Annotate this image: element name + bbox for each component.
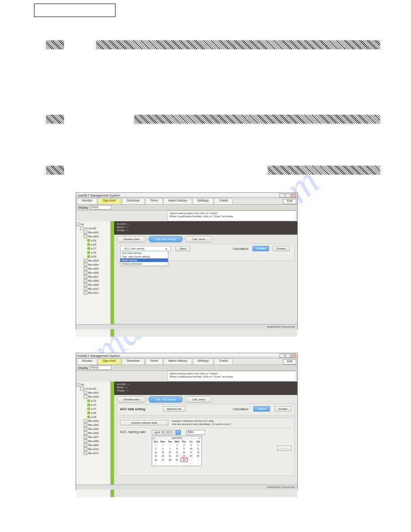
titlebar: YorkNET Management System	[76, 353, 297, 358]
display-select[interactable]: Floor	[90, 365, 111, 370]
display-bar: Display Floor	[76, 204, 297, 210]
tab-settings[interactable]: Settings	[193, 358, 214, 365]
detailed-data-button[interactable]: Detailed data	[117, 236, 146, 242]
disable-button[interactable]: Disable	[274, 406, 291, 412]
main-panel: H-LINK: — Block: — Group: — Detailed dat…	[111, 221, 297, 337]
tab-ope-indi[interactable]: Ope./Indi.	[98, 358, 121, 365]
exit-button[interactable]: Exit	[283, 359, 296, 365]
acquire-collation-data-button[interactable]: Acquire collation data	[120, 420, 168, 425]
navigation-tree[interactable]: −All −H-Link:00 +Blk-a001 −Blk-a002 a-02…	[76, 221, 111, 337]
hatch-left-3	[46, 166, 64, 175]
tab-schedule[interactable]: Schedule	[122, 198, 145, 204]
tab-ope-indi[interactable]: Ope./Indi.	[98, 198, 121, 204]
maximize-button[interactable]	[285, 354, 291, 358]
window-controls	[279, 354, 296, 358]
tab-settings[interactable]: Settings	[193, 198, 214, 204]
navigation-tree[interactable]: −All −H-Link:00 +Blk-a001 −Blk-a002 a-02…	[76, 382, 111, 497]
ope-ratio-setting-button[interactable]: Ope. ratio setting	[149, 236, 183, 242]
minimize-button[interactable]	[279, 354, 285, 358]
enable-button[interactable]: Enable	[253, 406, 270, 412]
prev-month-icon[interactable]: ◂	[153, 437, 154, 439]
hatch-left-2	[46, 115, 64, 124]
ope-ratio-setting-button[interactable]: Ope. ratio setting	[149, 396, 183, 403]
acc-starting-date-label: ACC. starting date	[120, 430, 146, 433]
titlebar: YorkNET Management System	[76, 193, 297, 198]
calendar-icon[interactable]	[176, 430, 181, 435]
unit-status-icon	[87, 239, 90, 242]
tab-check[interactable]: Check	[214, 358, 233, 365]
chevron-down-icon: ▾	[166, 247, 167, 250]
acc-dropdown-list[interactable]: Unit data setting Ope. ratio mode settin…	[120, 251, 168, 266]
exit-button[interactable]: Exit	[283, 199, 296, 204]
tab-trend[interactable]: Trend	[145, 358, 163, 365]
tree-collapse-icon[interactable]: −	[77, 223, 80, 226]
display-bar: Display Floor	[76, 365, 297, 371]
date-picker[interactable]: ◂April 2015▸ SunMonTueWedThuFriSat 29303…	[152, 436, 202, 466]
hatch-right-1	[96, 40, 380, 49]
main-panel: H-LINK: — Block: — Group: — Detailed dat…	[111, 382, 297, 497]
calc-temp-button[interactable]: Calc. temp.	[185, 236, 212, 242]
tab-monitor[interactable]: Monitor	[77, 358, 97, 365]
calculation-label: Calculation:	[233, 247, 249, 250]
accent-strip	[111, 221, 114, 337]
window-title: YorkNET Management System	[77, 354, 120, 357]
app-window-2: YorkNET Management System Monitor Ope./I…	[76, 353, 298, 490]
calendar-grid[interactable]: SunMonTueWedThuFriSat 293031123456789101…	[152, 440, 201, 466]
max-select[interactable]: Max.	[186, 430, 205, 435]
done-button[interactable]: Done	[277, 446, 291, 451]
status-bar: 04/20/2015 (Thu)12:06	[76, 324, 297, 329]
tab-trend[interactable]: Trend	[145, 198, 163, 204]
minimize-button[interactable]	[279, 193, 285, 197]
acc-starting-date-field[interactable]: April 30 2015 Max.	[152, 430, 205, 435]
main-tabbar: Monitor Ope./Indi. Schedule Trend Alarm …	[76, 358, 297, 365]
hatch-right-2	[134, 115, 380, 124]
acquire-note: Adaptor maintains all the ACC data that …	[172, 420, 231, 426]
next-month-icon[interactable]: ▸	[199, 437, 201, 439]
status-bar: 04/20/2015 (Thu)12:06	[76, 485, 297, 489]
hatch-right-3	[268, 166, 380, 175]
display-label: Display	[78, 206, 88, 209]
backlog-del-button[interactable]: Backlog del.	[163, 406, 186, 412]
detailed-data-button[interactable]: Detailed data	[117, 396, 146, 403]
maximize-button[interactable]	[285, 193, 291, 197]
hatch-left-1	[46, 40, 64, 49]
close-button[interactable]	[291, 354, 296, 358]
tab-alarm-history[interactable]: Alarm History	[163, 198, 192, 204]
skips-button[interactable]: Skips	[176, 246, 190, 251]
app-window-1: YorkNET Management System Monitor Ope./I…	[76, 193, 298, 330]
close-button[interactable]	[291, 193, 296, 197]
hint-bar: Select setting object and click on "sele…	[167, 210, 296, 221]
enable-button[interactable]: Enable	[253, 246, 269, 251]
window-title: YorkNET Management System	[77, 194, 120, 197]
acc-data-setting-label: ACC data setting	[120, 408, 145, 411]
section-label-box	[34, 4, 116, 17]
tab-monitor[interactable]: Monitor	[77, 198, 97, 204]
calc-temp-button[interactable]: Calc. temp.	[185, 396, 212, 403]
disable-button[interactable]: Disable	[273, 246, 290, 251]
display-select[interactable]: Floor	[90, 205, 111, 210]
selection-header: H-LINK: — Block: — Group: —	[114, 221, 297, 235]
hint-bar: Select setting object and click on "sele…	[167, 371, 296, 382]
window-controls	[279, 193, 296, 197]
tab-schedule[interactable]: Schedule	[122, 358, 145, 365]
tab-alarm-history[interactable]: Alarm History	[163, 358, 192, 365]
selection-header: H-LINK: — Block: — Group: —	[114, 382, 297, 395]
main-tabbar: Monitor Ope./Indi. Schedule Trend Alarm …	[76, 198, 297, 204]
tab-check[interactable]: Check	[214, 198, 233, 204]
